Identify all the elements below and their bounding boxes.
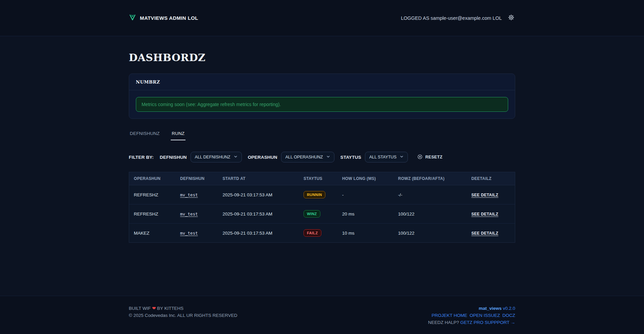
cell-rows-before-after: 100/122 — [393, 204, 467, 224]
cell-rows-before-after: -/- — [393, 185, 467, 204]
metrics-coming-soon-notice: Metrics coming soon (see: Aggregate refr… — [136, 97, 508, 112]
status-badge: WINZ — [304, 210, 320, 218]
cell-rows-before-after: 100/122 — [393, 224, 467, 243]
definition-link[interactable]: mv_test — [180, 231, 198, 236]
cell-operation: REFRESHZ — [129, 204, 175, 224]
see-detailz-link[interactable]: SEE DETAILZ — [471, 212, 498, 217]
cell-operation: MAKEZ — [129, 224, 175, 243]
operashun-select[interactable]: ALL OPERASHUNZ — [281, 152, 334, 162]
staytus-select-value: ALL STAYTUS — [369, 155, 396, 159]
heart-icon: ❤ — [152, 306, 156, 311]
col-header-staytus: STAYTUS — [299, 172, 337, 185]
col-header-rowz: ROWZ (BEFOAR/AFTA) — [393, 172, 467, 185]
table-row: REFRESHZ mv_test 2025-09-21 03:17:53 AM … — [129, 185, 515, 204]
version-line: mat_views v0.2.0 — [428, 305, 515, 312]
status-badge: RUNNIN — [304, 191, 325, 198]
main-content: DASHBORDZ NUMBRZ Metrics coming soon (se… — [0, 36, 644, 296]
app-header: MATVIEWS ADMIN LOL LOGGED AS sample-user… — [0, 0, 644, 36]
staytus-filter-label: STAYTUS — [340, 155, 361, 160]
defnishun-filter-label: DEFNISHUN — [160, 155, 187, 160]
staytus-select[interactable]: ALL STAYTUS — [365, 152, 408, 162]
table-row: MAKEZ mv_test 2025-09-21 03:17:53 AM FAI… — [129, 224, 515, 243]
definition-link[interactable]: mv_test — [180, 211, 198, 217]
reset-label: RESETZ — [425, 155, 442, 159]
defnishun-select-value: ALL DEFNISHUNZ — [195, 155, 230, 159]
col-header-startd-at: STARTD AT — [218, 172, 299, 185]
filter-group-operashun: OPERASHUN ALL OPERASHUNZ — [248, 152, 334, 162]
col-header-operashun: OPERASHUN — [129, 172, 175, 185]
status-badge: FAILZ — [304, 229, 321, 237]
operashun-select-value: ALL OPERASHUNZ — [285, 155, 323, 159]
settings-button[interactable] — [507, 13, 515, 22]
page-root: MATVIEWS ADMIN LOL LOGGED AS sample-user… — [0, 0, 644, 334]
see-detailz-link[interactable]: SEE DETAILZ — [471, 193, 498, 197]
app-logo-icon — [129, 14, 136, 22]
metrics-card-title: NUMBRZ — [136, 80, 160, 85]
built-by-line: BUILT WIF ❤ BY KITTEHS — [129, 305, 237, 312]
cell-duration: 10 ms — [337, 224, 393, 243]
cell-duration: - — [337, 185, 393, 204]
open-issuez-link[interactable]: OPEN ISSUEZ — [470, 312, 500, 319]
filter-group-staytus: STAYTUS ALL STAYTUS — [340, 152, 408, 162]
filters-bar: FILTER BY: DEFNISHUN ALL DEFNISHUNZ OPER… — [129, 152, 515, 162]
cell-duration: 20 ms — [337, 204, 393, 224]
footer-right: mat_views v0.2.0 PROJEKT HOME OPEN ISSUE… — [428, 305, 515, 326]
cell-started-at: 2025-09-21 03:17:53 AM — [218, 204, 299, 224]
header-right: LOGGED AS sample-user@example.com LOL — [401, 13, 515, 22]
tab-defnishunz[interactable]: DEFNISHUNZ — [129, 131, 161, 140]
table-row: REFRESHZ mv_test 2025-09-21 03:17:53 AM … — [129, 204, 515, 224]
projekt-home-link[interactable]: PROJEKT HOME — [432, 312, 467, 319]
col-header-how-long: HOW LONG (MS) — [337, 172, 393, 185]
operashun-filter-label: OPERASHUN — [248, 155, 277, 160]
brand[interactable]: MATVIEWS ADMIN LOL — [129, 14, 198, 22]
page-title: DASHBORDZ — [129, 52, 515, 63]
built-suffix-text: BY KITTEHS — [157, 306, 183, 311]
version-name: mat_views — [479, 306, 501, 311]
chevron-down-icon — [234, 155, 237, 159]
col-header-defnishun: DEFNISHUN — [175, 172, 218, 185]
version-number: v0.2.0 — [503, 306, 515, 311]
gear-icon — [508, 14, 515, 22]
help-prefix-text: NEEDZ HALP? — [428, 320, 459, 325]
reset-filters-button[interactable]: RESETZ — [415, 154, 444, 161]
metrics-card: NUMBRZ Metrics coming soon (see: Aggrega… — [129, 74, 515, 119]
reset-circle-x-icon — [417, 154, 423, 160]
pro-support-link[interactable]: GETZ PRO SUPPPORT → — [460, 320, 515, 325]
footer-links: PROJEKT HOME OPEN ISSUEZ DOCZ — [432, 312, 515, 319]
definition-link[interactable]: mv_test — [180, 192, 198, 197]
col-header-deetailz: DEETAILZ — [467, 172, 515, 185]
defnishun-select[interactable]: ALL DEFNISHUNZ — [191, 152, 242, 162]
logged-in-as-text: LOGGED AS sample-user@example.com LOL — [401, 15, 502, 21]
copyright-text: © 2025 Codevedas Inc. ALL UR RIGHTS RESE… — [129, 312, 237, 319]
cell-started-at: 2025-09-21 03:17:53 AM — [218, 224, 299, 243]
help-line: NEEDZ HALP? GETZ PRO SUPPPORT → — [428, 319, 515, 326]
runs-table: OPERASHUN DEFNISHUN STARTD AT STAYTUS HO… — [129, 172, 515, 243]
tab-runz[interactable]: RUNZ — [171, 131, 185, 140]
filter-by-label: FILTER BY: — [129, 155, 154, 160]
tabs-nav: DEFNISHUNZ RUNZ — [129, 131, 515, 140]
footer-left: BUILT WIF ❤ BY KITTEHS © 2025 Codevedas … — [129, 305, 237, 319]
cell-started-at: 2025-09-21 03:17:53 AM — [218, 185, 299, 204]
cell-operation: REFRESHZ — [129, 185, 175, 204]
app-title: MATVIEWS ADMIN LOL — [140, 15, 198, 21]
app-footer: BUILT WIF ❤ BY KITTEHS © 2025 Codevedas … — [0, 296, 644, 334]
chevron-down-icon — [326, 155, 330, 159]
metrics-card-body: Metrics coming soon (see: Aggregate refr… — [129, 90, 515, 118]
version-link[interactable]: mat_views v0.2.0 — [479, 306, 515, 311]
chevron-down-icon — [400, 155, 404, 159]
docz-link[interactable]: DOCZ — [502, 312, 515, 319]
table-header-row: OPERASHUN DEFNISHUN STARTD AT STAYTUS HO… — [129, 172, 515, 185]
filter-group-defnishun: DEFNISHUN ALL DEFNISHUNZ — [160, 152, 241, 162]
built-prefix-text: BUILT WIF — [129, 306, 151, 311]
see-detailz-link[interactable]: SEE DETAILZ — [471, 231, 498, 236]
metrics-card-header: NUMBRZ — [129, 74, 515, 90]
